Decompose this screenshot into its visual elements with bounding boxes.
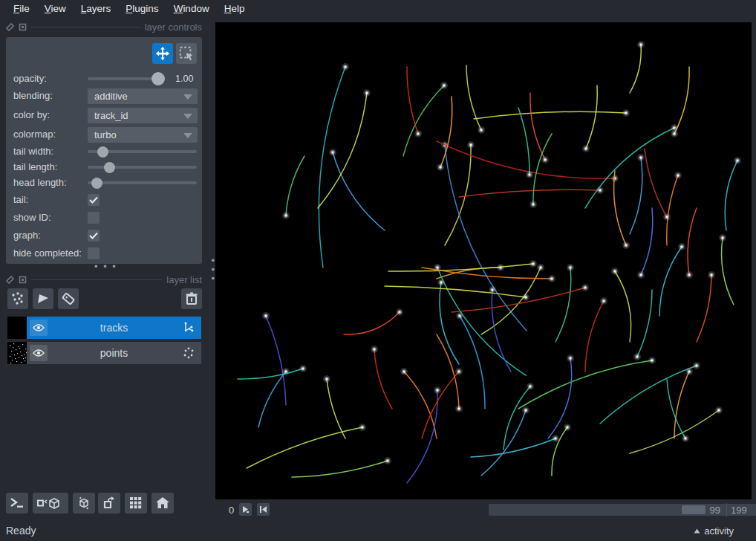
layer-controls-title: layer controls — [145, 22, 202, 33]
home-button[interactable] — [151, 493, 174, 514]
console-button[interactable] — [6, 493, 28, 514]
menu-view[interactable]: View — [37, 0, 74, 18]
activity-button[interactable]: activity — [694, 525, 734, 537]
track-head — [625, 244, 627, 246]
graph-checkbox[interactable] — [88, 230, 100, 242]
dimension-slider-strip: 0 99 199 — [215, 499, 756, 520]
track — [481, 406, 529, 476]
track-head — [721, 236, 723, 239]
menu-file[interactable]: File — [6, 0, 37, 18]
track — [697, 271, 715, 342]
track — [437, 97, 452, 171]
new-points-button[interactable] — [7, 288, 28, 309]
layer-list-titlebar: layer list — [6, 273, 202, 286]
track — [659, 243, 685, 316]
title-divider — [31, 279, 162, 280]
float-panel-icon[interactable] — [6, 276, 14, 284]
color-by-dropdown[interactable]: track_id — [88, 108, 198, 123]
control-label: color by: — [13, 109, 50, 120]
ndisplay-toggle-icon — [36, 496, 65, 511]
track-head — [403, 370, 405, 372]
track-head — [602, 299, 605, 302]
track — [371, 346, 392, 409]
track-head — [457, 370, 460, 372]
control-label: show ID: — [13, 212, 51, 223]
menu-layers[interactable]: Layers — [74, 0, 119, 18]
control-row-tail-width: tail width: — [6, 143, 202, 160]
control-row-opacity: opacity:1.00 — [6, 71, 202, 87]
menu-plugins[interactable]: Plugins — [118, 0, 166, 18]
track-head — [491, 288, 493, 291]
hide-panel-icon[interactable] — [19, 23, 27, 31]
slider-handle[interactable] — [97, 146, 108, 158]
grid-view-button[interactable] — [125, 493, 147, 514]
track-head — [284, 370, 287, 372]
visibility-toggle[interactable] — [30, 320, 48, 336]
hide-panel-icon[interactable] — [19, 276, 27, 284]
control-row-hide-completed: hide completed: — [6, 245, 202, 262]
track — [456, 312, 485, 409]
menu-window[interactable]: Window — [166, 0, 217, 18]
frame-label-divider — [726, 503, 727, 516]
skip-to-start-button[interactable] — [257, 503, 270, 516]
dropdown-value: track_id — [94, 110, 128, 121]
control-row-head-length: head length: — [6, 175, 202, 191]
slider-handle[interactable] — [91, 178, 102, 189]
new-shapes-button[interactable] — [33, 288, 53, 309]
track-head — [365, 91, 368, 94]
track — [466, 65, 485, 134]
colormap-dropdown[interactable]: turbo — [88, 127, 198, 143]
menu-help[interactable]: Help — [217, 0, 252, 18]
pan-zoom-button[interactable] — [152, 43, 173, 64]
current-frame-label: 99 — [701, 505, 720, 516]
track — [630, 154, 645, 234]
panel-resize-handle[interactable]: • • • — [94, 261, 117, 272]
track-head — [532, 203, 534, 205]
layer-row-tracks[interactable]: tracks — [27, 317, 201, 339]
hide-completed-checkbox[interactable] — [88, 247, 100, 259]
viewer-canvas[interactable] — [215, 22, 752, 499]
layer-controls-titlebar: layer controls — [6, 20, 202, 33]
track — [518, 357, 656, 409]
show-ID-checkbox[interactable] — [88, 212, 100, 224]
track — [318, 89, 371, 208]
roll-dimensions-icon — [76, 495, 92, 511]
tail-checkbox[interactable] — [88, 194, 100, 206]
float-panel-icon[interactable] — [6, 23, 14, 31]
points-layer-thumbnail — [7, 342, 27, 364]
blending-dropdown[interactable]: additive — [88, 88, 198, 104]
track — [529, 134, 552, 208]
track — [667, 172, 682, 245]
delete-icon — [184, 291, 199, 306]
layer-row-points[interactable]: points — [27, 342, 201, 364]
new-shapes-icon — [36, 291, 50, 306]
track-head — [673, 126, 675, 129]
track — [422, 368, 463, 438]
delete-button[interactable] — [181, 288, 202, 309]
track-head — [710, 273, 712, 276]
track-head — [458, 314, 460, 317]
visibility-toggle[interactable] — [30, 345, 48, 361]
track — [585, 297, 607, 372]
track — [504, 383, 534, 450]
play-button[interactable] — [239, 503, 252, 516]
control-row-colormap: colormap:turbo — [6, 126, 202, 143]
track-head — [677, 174, 679, 176]
slider-handle[interactable] — [151, 72, 165, 85]
track — [282, 156, 304, 219]
ndisplay-toggle-button[interactable] — [33, 493, 68, 514]
track-head — [264, 314, 267, 317]
transpose-dimensions-button[interactable] — [98, 493, 120, 514]
console-icon — [10, 496, 25, 510]
roll-dimensions-button[interactable] — [73, 493, 95, 514]
track-head — [566, 426, 568, 428]
tracks-layer-icon — [180, 320, 197, 336]
track — [614, 171, 630, 249]
track — [474, 109, 630, 119]
slider-handle[interactable] — [104, 162, 115, 173]
track-head — [599, 189, 601, 191]
new-labels-button[interactable] — [58, 288, 79, 309]
track — [518, 108, 533, 178]
track — [582, 85, 597, 152]
transform-button[interactable] — [176, 43, 197, 64]
